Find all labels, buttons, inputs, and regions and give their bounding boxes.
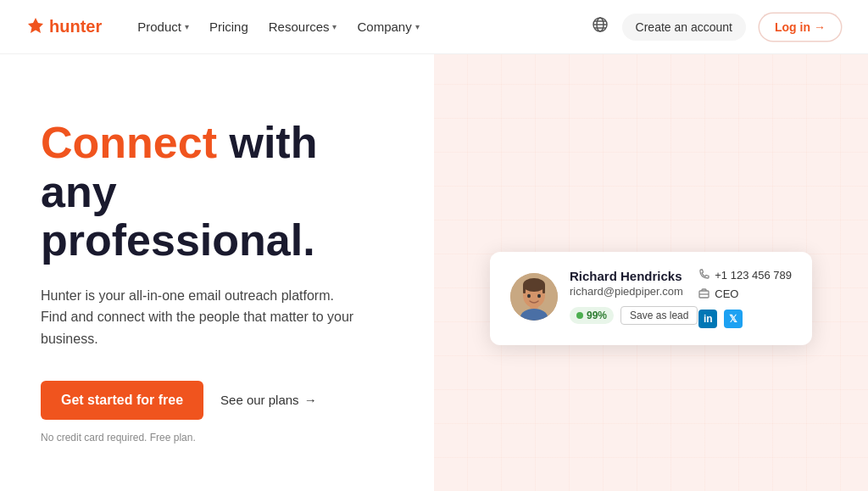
headline-orange: Connect (41, 118, 217, 167)
svg-rect-11 (523, 285, 526, 293)
nav-product[interactable]: Product ▾ (129, 14, 198, 39)
hero-headline: Connect withany professional. (41, 119, 393, 265)
create-account-button[interactable]: Create an account (622, 14, 746, 41)
main-nav: Product ▾ Pricing Resources ▾ Company ▾ (129, 14, 427, 39)
score-dot-icon (576, 312, 583, 319)
avatar (510, 273, 558, 321)
see-plans-label: See our plans (220, 393, 299, 407)
twitter-icon[interactable]: 𝕏 (724, 310, 743, 328)
hero-visual: Richard Hendricks richard@piedpiper.com … (434, 54, 868, 491)
header: hunter Product ▾ Pricing Resources ▾ Com… (0, 0, 868, 54)
svg-point-14 (537, 293, 541, 297)
card-right: +1 123 456 789 CEO in (698, 269, 792, 328)
login-arrow-icon: → (814, 20, 826, 34)
card-name: Richard Hendricks (570, 269, 698, 283)
globe-icon[interactable] (592, 16, 609, 37)
score-badge: 99% (570, 307, 614, 324)
save-lead-button[interactable]: Save as lead (620, 306, 698, 325)
svg-point-10 (523, 278, 545, 292)
nav-product-label: Product (137, 20, 181, 34)
main-content: Connect withany professional. Hunter is … (0, 54, 868, 491)
nav-resources[interactable]: Resources ▾ (260, 14, 346, 39)
role-value: CEO (715, 287, 738, 300)
card-email: richard@piedpiper.com (570, 285, 698, 298)
no-cc-text: No credit card required. Free plan. (41, 432, 393, 444)
profile-card: Richard Hendricks richard@piedpiper.com … (490, 252, 812, 345)
nav-pricing-label: Pricing (209, 20, 248, 34)
nav-company-label: Company (357, 20, 411, 34)
nav-resources-label: Resources (269, 20, 330, 34)
header-left: hunter Product ▾ Pricing Resources ▾ Com… (27, 14, 428, 39)
nav-pricing[interactable]: Pricing (201, 14, 257, 39)
cta-row: Get started for free See our plans → (41, 381, 393, 420)
card-tags: 99% Save as lead (570, 306, 698, 325)
hero-subtext: Hunter is your all-in-one email outreach… (41, 285, 363, 350)
briefcase-icon (698, 287, 709, 301)
linkedin-icon[interactable]: in (698, 310, 717, 328)
svg-marker-0 (28, 18, 43, 33)
card-top: Richard Hendricks richard@piedpiper.com … (510, 269, 792, 328)
phone-value: +1 123 456 789 (715, 269, 792, 282)
see-plans-button[interactable]: See our plans → (220, 393, 317, 407)
see-plans-arrow-icon: → (304, 393, 317, 407)
header-right: Create an account Log in → (592, 14, 841, 41)
role-row: CEO (698, 287, 792, 301)
nav-company[interactable]: Company ▾ (348, 14, 427, 39)
product-chevron-icon: ▾ (185, 22, 189, 31)
svg-rect-12 (542, 285, 545, 293)
phone-icon (698, 269, 709, 282)
social-row: in 𝕏 (698, 310, 792, 328)
phone-row: +1 123 456 789 (698, 269, 792, 282)
hero-section: Connect withany professional. Hunter is … (0, 54, 434, 491)
logo-icon (27, 16, 44, 37)
logo[interactable]: hunter (27, 16, 102, 37)
card-left: Richard Hendricks richard@piedpiper.com … (510, 269, 698, 325)
card-info: Richard Hendricks richard@piedpiper.com … (570, 269, 698, 325)
get-started-button[interactable]: Get started for free (41, 381, 203, 420)
login-button[interactable]: Log in → (760, 14, 841, 41)
login-label: Log in (775, 20, 810, 34)
logo-text: hunter (49, 17, 102, 36)
svg-point-13 (527, 293, 531, 297)
company-chevron-icon: ▾ (415, 22, 420, 31)
score-value: 99% (587, 310, 607, 321)
resources-chevron-icon: ▾ (332, 22, 337, 31)
